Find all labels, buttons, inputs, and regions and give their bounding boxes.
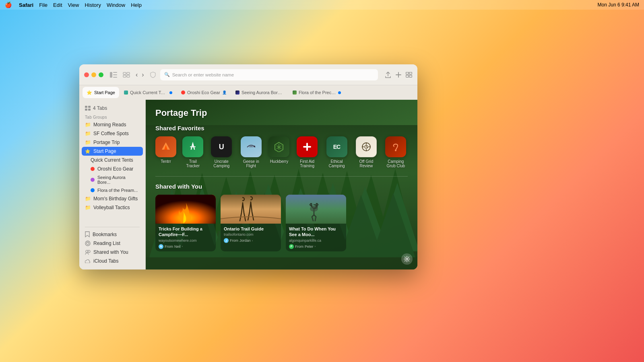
- share-button[interactable]: [384, 71, 392, 78]
- menu-help[interactable]: Help: [131, 2, 142, 8]
- bookmarks-label: Bookmarks: [93, 232, 117, 237]
- camping-grub-label: Camping Grub Club: [384, 159, 408, 168]
- minimize-button[interactable]: [91, 72, 96, 77]
- sidebar-item-volleyball[interactable]: 📁 Volleyball Tactics: [79, 203, 145, 212]
- apple-logo-icon[interactable]: 🍎: [5, 2, 12, 8]
- tab-flora[interactable]: Flora of the Precambi...: [289, 87, 345, 98]
- tab-groups-button[interactable]: [405, 71, 413, 78]
- favorite-huckberry[interactable]: Huckberry: [268, 136, 289, 168]
- menu-history[interactable]: History: [85, 2, 101, 8]
- new-tab-button[interactable]: [395, 71, 402, 78]
- flora-favicon: [293, 90, 297, 95]
- safari-window: ‹ › 🔍 Search or enter website name: [79, 64, 417, 269]
- favorite-tentrr[interactable]: Tentrr: [155, 136, 176, 168]
- aurora-sidebar-label: Seeing Aurora Bore...: [97, 175, 140, 185]
- menu-edit[interactable]: Edit: [53, 2, 62, 8]
- flora-dot-icon: [91, 188, 95, 192]
- sidebar-item-moms-birthday[interactable]: 📁 Mom's Birthday Gifts: [79, 194, 145, 203]
- tab-oroshi-eco-gear[interactable]: Oroshi Eco Gear 👤: [177, 87, 231, 98]
- shared-card-campfire[interactable]: Tricks For Building a Campfire—F... wayo…: [155, 195, 216, 251]
- sidebar-item-sf-coffee[interactable]: 📁 SF Coffee Spots: [79, 129, 145, 138]
- tab-seeing-aurora[interactable]: Seeing Aurora Borea...: [231, 87, 288, 98]
- moose-card-from[interactable]: P From Peter ›: [289, 244, 343, 249]
- menu-safari[interactable]: Safari: [19, 2, 33, 8]
- forward-button[interactable]: ›: [140, 70, 145, 79]
- shared-with-you-title: Shared with You: [155, 183, 408, 190]
- svg-rect-12: [85, 106, 87, 108]
- sidebar-item-bookmarks[interactable]: Bookmarks: [79, 230, 145, 239]
- favorite-camping-grub[interactable]: Camping Grub Club: [384, 136, 408, 168]
- favorite-trail-tracker[interactable]: Trail Tracker: [182, 136, 204, 168]
- trail-card-body: Ontario Trail Guide trailsofontario.com …: [221, 224, 281, 245]
- shared-card-moose[interactable]: What To Do When You See a Moo... algonqu…: [286, 195, 346, 251]
- sidebar-item-shared[interactable]: Shared with You: [79, 248, 145, 257]
- menu-view[interactable]: View: [68, 2, 79, 8]
- tab-groups-header: Tab Groups: [79, 113, 145, 120]
- sidebar-item-start-page[interactable]: ⭐ Start Page: [82, 147, 143, 156]
- tab-aurora-label: Seeing Aurora Borea...: [242, 90, 284, 95]
- uncrate-icon: U: [211, 136, 232, 157]
- sidebar-item-morning-reads[interactable]: 📁 Morning Reads: [79, 120, 145, 129]
- back-button[interactable]: ‹: [134, 70, 139, 79]
- trail-tracker-label: Trail Tracker: [182, 159, 204, 168]
- sidebar-item-aurora[interactable]: Seeing Aurora Bore...: [79, 173, 145, 186]
- menu-window[interactable]: Window: [107, 2, 125, 8]
- first-aid-label: First Aid Training: [295, 159, 319, 168]
- ethical-camping-label: Ethical Camping: [325, 159, 349, 168]
- svg-rect-8: [406, 72, 409, 74]
- tab-overview-icon[interactable]: [123, 72, 130, 78]
- flora-sidebar-label: Flora of the Pream...: [97, 188, 138, 193]
- favorite-geese[interactable]: Geese in Flight: [239, 136, 263, 168]
- favorite-off-grid[interactable]: Off Grid Review: [354, 136, 378, 168]
- menu-bar-datetime: Mon Jun 6 9:41 AM: [598, 2, 639, 8]
- maximize-button[interactable]: [99, 72, 103, 77]
- shared-with-you-label: Shared with You: [93, 249, 128, 255]
- sidebar-item-icloud[interactable]: iCloud Tabs: [79, 257, 145, 265]
- moose-card-url: algonquinparklife.ca: [289, 239, 343, 243]
- svg-rect-15: [88, 109, 91, 111]
- sidebar-item-flora[interactable]: Flora of the Pream...: [79, 186, 145, 194]
- campfire-card-from[interactable]: N From Neil ›: [159, 244, 213, 249]
- uncrate-label: Uncrate Camping: [210, 159, 233, 168]
- traffic-lights: [84, 72, 103, 77]
- menu-file[interactable]: File: [39, 2, 47, 8]
- svg-rect-2: [113, 74, 117, 75]
- favorite-uncrate[interactable]: U Uncrate Camping: [210, 136, 233, 168]
- sidebar: 4 Tabs Tab Groups 📁 Morning Reads 📁 SF C…: [79, 100, 146, 269]
- aurora-dot-icon: [91, 178, 95, 182]
- oroshi-sidebar-label: Oroshi Eco Gear: [97, 166, 133, 172]
- favorite-ethical-camping[interactable]: EC Ethical Camping: [325, 136, 349, 168]
- url-bar[interactable]: 🔍 Search or enter website name: [160, 69, 378, 80]
- from-neil-label: From: [165, 245, 173, 249]
- peter-avatar: P: [289, 244, 294, 249]
- url-placeholder: Search or enter website name: [172, 72, 234, 77]
- sidebar-item-portage-trip[interactable]: 📁 Portage Trip: [79, 138, 145, 147]
- close-button[interactable]: [84, 72, 89, 77]
- svg-point-17: [87, 242, 89, 245]
- sidebar-toggle-icon[interactable]: [110, 72, 117, 78]
- trail-card-from[interactable]: J From Jordan ›: [224, 238, 278, 243]
- tab-quick-current-tents[interactable]: Quick Current Tents: [120, 87, 176, 98]
- sidebar-item-quick-current[interactable]: Quick Current Tents: [79, 156, 145, 165]
- sidebar-item-reading-list[interactable]: Reading List: [79, 239, 145, 248]
- tabs-count-label: 4 Tabs: [93, 105, 107, 111]
- tentrr-icon: [155, 136, 176, 157]
- tab-start-page[interactable]: ⭐ Start Page: [83, 87, 119, 98]
- tab-oroshi-label: Oroshi Eco Gear: [187, 90, 220, 95]
- quick-current-tents-favicon: [124, 90, 128, 95]
- folder-icon-5: 📁: [85, 205, 91, 210]
- trail-image: [221, 195, 281, 224]
- title-bar-actions: [384, 71, 413, 78]
- off-grid-icon: [356, 136, 377, 157]
- favorite-first-aid[interactable]: First Aid Training: [295, 136, 319, 168]
- shared-cards: Tricks For Building a Campfire—F... wayo…: [155, 195, 408, 251]
- huckberry-label: Huckberry: [270, 159, 289, 164]
- neil-name: Neil: [174, 245, 181, 249]
- folder-icon-4: 📁: [85, 196, 91, 202]
- web-content[interactable]: Portage Trip Shared Favorites Tentrr: [146, 100, 417, 269]
- shared-card-trail[interactable]: Ontario Trail Guide trailsofontario.com …: [221, 195, 281, 251]
- huckberry-icon: [268, 136, 289, 157]
- sidebar-item-oroshi[interactable]: Oroshi Eco Gear: [79, 165, 145, 173]
- reading-list-label: Reading List: [93, 241, 120, 246]
- svg-rect-7: [127, 75, 130, 77]
